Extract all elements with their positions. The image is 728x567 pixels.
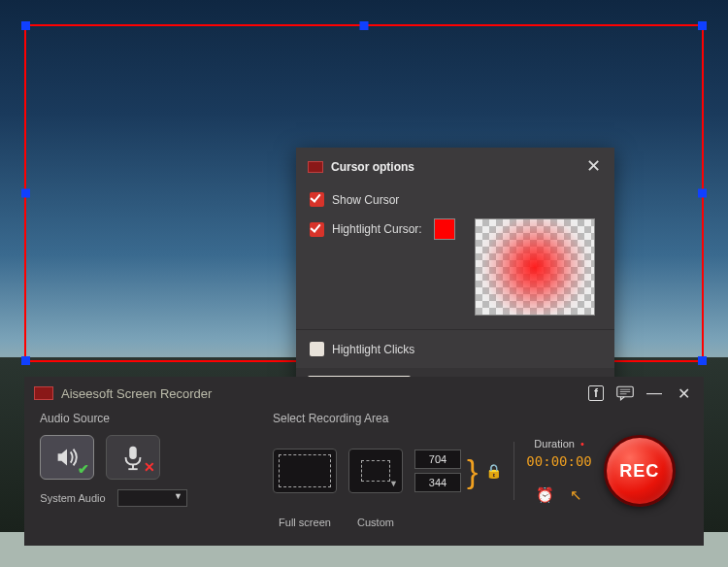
cursor-options-panel: Cursor options ✕ Show Cursor Hightlight … <box>296 148 614 407</box>
divider <box>513 442 514 500</box>
close-button[interactable]: ✕ <box>673 383 694 404</box>
full-screen-button[interactable] <box>273 449 337 493</box>
highlight-clicks-checkbox[interactable] <box>310 342 324 356</box>
record-button[interactable]: REC <box>604 435 676 507</box>
highlight-glow-icon <box>476 219 594 315</box>
custom-area-button[interactable]: ▼ <box>348 449 403 493</box>
facebook-button[interactable]: f <box>585 383 607 404</box>
system-audio-label: System Audio <box>40 492 106 504</box>
system-audio-button[interactable]: ✔ <box>40 435 94 480</box>
recording-dot-icon: • <box>580 438 584 450</box>
cursor-panel-close-button[interactable]: ✕ <box>583 157 603 177</box>
main-toolbar: Aiseesoft Screen Recorder f — ✕ Audio So… <box>24 377 704 546</box>
highlight-preview <box>475 218 595 316</box>
full-screen-label: Full screen <box>273 517 337 528</box>
feedback-icon <box>616 385 634 401</box>
duration-label: Duration <box>534 438 575 450</box>
bracket-icon: } <box>467 461 478 481</box>
chevron-down-icon: ▼ <box>389 479 398 488</box>
audio-source-label: Audio Source <box>40 412 253 425</box>
microphone-button[interactable]: ✕ <box>106 435 160 480</box>
check-icon: ✔ <box>78 461 89 477</box>
highlight-clicks-label: Hightlight Clicks <box>332 343 414 356</box>
minimize-button[interactable]: — <box>644 383 665 404</box>
show-cursor-label: Show Cursor <box>332 193 399 207</box>
svg-rect-4 <box>129 447 137 459</box>
height-input[interactable]: 344 <box>414 473 461 492</box>
feedback-button[interactable] <box>614 383 636 404</box>
fullscreen-rect-icon <box>279 454 331 487</box>
custom-label: Custom <box>348 517 403 528</box>
width-input[interactable]: 704 <box>414 450 461 469</box>
highlight-cursor-label: Hightlight Cursor: <box>332 222 422 236</box>
lock-aspect-button[interactable]: 🔒 <box>485 463 502 479</box>
highlight-cursor-checkbox[interactable] <box>310 222 324 237</box>
custom-rect-icon <box>361 460 390 482</box>
cursor-panel-title: Cursor options <box>331 160 414 174</box>
rec-label: REC <box>619 461 659 482</box>
app-title: Aiseesoft Screen Recorder <box>61 386 212 401</box>
highlight-color-swatch[interactable] <box>434 218 455 240</box>
cursor-panel-icon <box>308 161 323 173</box>
x-icon: ✕ <box>144 459 155 475</box>
cursor-options-button[interactable]: ↖ <box>570 486 582 504</box>
facebook-icon: f <box>588 385 604 401</box>
app-icon <box>34 386 53 400</box>
recording-area-label: Select Recording Area <box>273 412 688 425</box>
microphone-dropdown[interactable] <box>117 489 187 507</box>
duration-time: 00:00:00 <box>526 453 591 469</box>
schedule-button[interactable]: ⏰ <box>536 486 554 504</box>
show-cursor-checkbox[interactable] <box>310 192 324 207</box>
